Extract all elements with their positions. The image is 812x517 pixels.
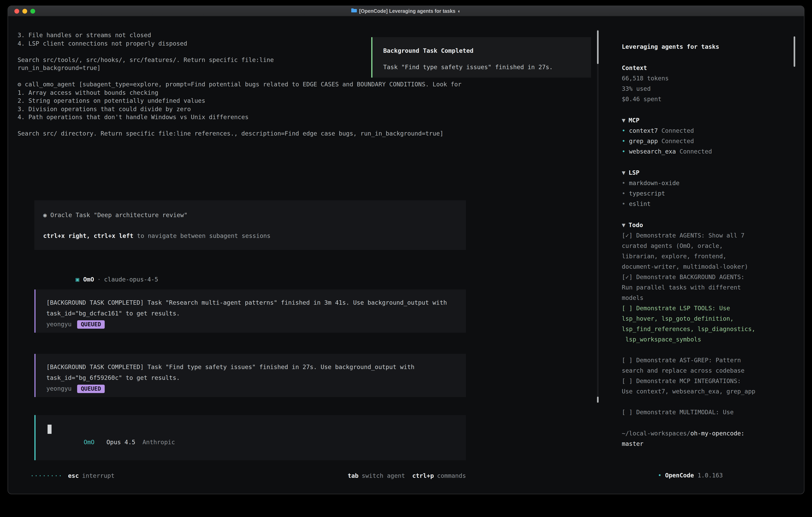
- agent-model: claude-opus-4-5: [104, 276, 158, 283]
- message-card: [BACKGROUND TASK COMPLETED] Task "Resear…: [34, 290, 466, 333]
- input-provider-name: Anthropic: [142, 439, 175, 446]
- main-scrollbar-thumb-bottom[interactable]: [597, 397, 599, 403]
- bullet-icon: •: [622, 127, 626, 134]
- todo-gap: [622, 345, 791, 355]
- folder-icon: [351, 8, 357, 14]
- lsp-item: •eslint: [622, 199, 791, 209]
- ctrlp-key-label: commands: [437, 472, 466, 480]
- opencode-version-row: •OpenCode1.0.163: [622, 460, 791, 491]
- esc-key-label: interrupt: [82, 472, 115, 480]
- tab-key-hint: tab: [348, 472, 358, 480]
- opencode-version: 1.0.163: [697, 472, 723, 479]
- mcp-item: •grep_appConnected: [622, 136, 791, 146]
- todo-line: [ ] Demonstrate AST-GREP: Pattern: [622, 355, 791, 365]
- toast-title: Background Task Completed: [383, 47, 591, 55]
- todo-line: [ ] Demonstrate MCP INTEGRATIONS:: [622, 376, 791, 386]
- background-task-toast[interactable]: Background Task Completed Task "Find typ…: [371, 37, 591, 78]
- bullet-icon: •: [622, 190, 626, 197]
- terminal-window: [OpenCode] Leveraging agents for tasks ◐…: [8, 6, 804, 494]
- queued-badge: QUEUED: [77, 320, 105, 329]
- chevron-down-icon: ▼: [622, 169, 626, 176]
- scrollback-line: 3. Division operations that could divide…: [18, 105, 462, 113]
- workspace-path: ~/local-workspaces/oh-my-opencode:: [622, 428, 791, 439]
- todo-line: Run parallel tasks with different: [622, 282, 791, 293]
- status-bar: ········ esc interrupt tab switch agent …: [18, 472, 466, 480]
- todo-line-active: lsp_workspace_symbols: [622, 334, 791, 345]
- close-button[interactable]: [14, 9, 19, 13]
- window-title: [OpenCode] Leveraging agents for tasks ◐: [351, 8, 461, 14]
- window-titlebar[interactable]: [OpenCode] Leveraging agents for tasks ◐: [8, 6, 804, 17]
- todo-line: [ ] Demonstrate MULTIMODAL: Use: [622, 407, 791, 417]
- subagent-nav-hint: to navigate between subagent sessions: [134, 232, 270, 240]
- session-title: Leveraging agents for tasks: [622, 42, 791, 52]
- context-heading: Context: [622, 63, 791, 73]
- esc-key-hint: esc: [68, 472, 79, 480]
- context-used: 33% used: [622, 84, 791, 94]
- tab-key-label: switch agent: [361, 472, 405, 480]
- todo-line: search and replace across codebase: [622, 365, 791, 376]
- scrollback-line: 4. Path operations that don't handle Win…: [18, 113, 462, 121]
- todo-line: curated agents (OmO, oracle,: [622, 241, 791, 251]
- todo-line-active: [ ] Demonstrate LSP TOOLS: Use: [622, 303, 791, 314]
- mcp-heading: MCP: [629, 117, 639, 124]
- mcp-status: Connected: [679, 148, 712, 155]
- tool-call-line: ⚙ call_omo_agent [subagent_type=explore,…: [18, 80, 462, 88]
- zoom-button[interactable]: [30, 9, 35, 13]
- agent-icon: ▣: [76, 276, 79, 283]
- main-scrollbar-thumb[interactable]: [597, 30, 599, 64]
- mcp-status: Connected: [662, 138, 694, 145]
- oracle-task-icon: ◉: [43, 212, 47, 219]
- mcp-status: Connected: [662, 127, 694, 134]
- sidebar: Leveraging agents for tasks Context 66,5…: [622, 42, 791, 491]
- workspace-branch: master: [622, 439, 791, 449]
- context-spent: $0.46 spent: [622, 94, 791, 104]
- sidebar-scrollbar-thumb[interactable]: [793, 36, 795, 67]
- main-scrollbar-track[interactable]: [597, 30, 599, 403]
- todo-line: librarian, explore, frontend,: [622, 251, 791, 262]
- mcp-item: •context7Connected: [622, 126, 791, 136]
- workspace-section: ~/local-workspaces/oh-my-opencode: maste…: [622, 428, 791, 449]
- todo-line-active: lsp_find_references, lsp_diagnostics,: [622, 324, 791, 334]
- lsp-heading: LSP: [629, 169, 639, 176]
- subagent-nav-hint-row: ctrl+x right, ctrl+x left to navigate be…: [43, 232, 466, 240]
- input-agent-name: OmO: [84, 439, 94, 446]
- message-meta: yeongyuQUEUED: [46, 383, 466, 394]
- terminal-content: 3. File handles or streams not closed 4.…: [8, 17, 804, 494]
- chevron-down-icon: ▼: [622, 221, 626, 229]
- agent-name: OmO: [83, 276, 94, 283]
- message-text: task_id="bg_dcfac161" to get results.: [46, 308, 466, 319]
- separator-dot: ·: [97, 276, 101, 283]
- input-model-line: OmOOpus 4.5Anthropic: [48, 430, 175, 455]
- bullet-icon: •: [622, 148, 626, 155]
- scrollback-line: Search src/ directory. Return specific f…: [18, 130, 462, 138]
- bullet-icon: •: [622, 180, 626, 187]
- todo-line: models: [622, 293, 791, 303]
- input-model-name: Opus 4.5: [107, 439, 136, 446]
- bullet-icon: •: [622, 200, 626, 208]
- window-title-text: [OpenCode] Leveraging agents for tasks: [359, 8, 455, 14]
- scrollback-line: 2. String operations on potentially unde…: [18, 97, 462, 105]
- todo-section-header[interactable]: ▼Todo: [622, 220, 791, 230]
- prompt-input[interactable]: OmOOpus 4.5Anthropic: [34, 415, 466, 460]
- message-card: [BACKGROUND TASK COMPLETED] Task "Find t…: [34, 354, 466, 397]
- mcp-item: •websearch_exaConnected: [622, 146, 791, 157]
- todo-line: [✓] Demonstrate AGENTS: Show all 7: [622, 230, 791, 241]
- message-text: [BACKGROUND TASK COMPLETED] Task "Find t…: [46, 362, 466, 373]
- scrollback-line: [18, 121, 462, 130]
- lsp-section-header[interactable]: ▼LSP: [622, 167, 791, 178]
- oracle-task-panel: ◉ Oracle Task "Deep architecture review"…: [34, 200, 466, 250]
- mcp-section-header[interactable]: ▼MCP: [622, 115, 791, 126]
- oracle-task-title: Oracle Task "Deep architecture review": [47, 212, 187, 219]
- subagent-nav-keys: ctrl+x right, ctrl+x left: [43, 232, 134, 240]
- minimize-button[interactable]: [22, 9, 27, 13]
- workspace-repo: oh-my-opencode:: [690, 430, 745, 437]
- traffic-lights: [14, 9, 35, 13]
- chevron-down-icon: ▼: [622, 117, 626, 124]
- lsp-item: •typescript: [622, 188, 791, 199]
- mcp-section: ▼MCP •context7Connected •grep_appConnect…: [622, 115, 791, 157]
- desktop: [OpenCode] Leveraging agents for tasks ◐…: [0, 0, 812, 517]
- todo-gap: [622, 397, 791, 407]
- todo-line: [✓] Demonstrate BACKGROUND AGENTS:: [622, 272, 791, 282]
- queued-badge: QUEUED: [77, 385, 105, 393]
- scrollback-line: 1. Array access without bounds checking: [18, 88, 462, 97]
